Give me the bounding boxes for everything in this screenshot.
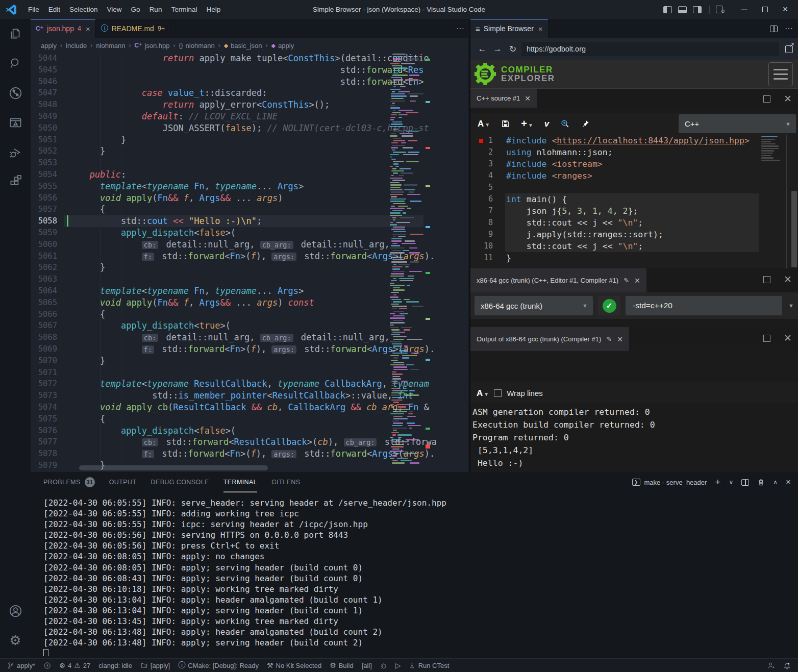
- minimize-button[interactable]: ─: [736, 0, 753, 19]
- menu-file[interactable]: File: [23, 0, 44, 19]
- horizontal-scrollbar[interactable]: [79, 465, 268, 470]
- hamburger-menu-icon[interactable]: [768, 62, 793, 86]
- font-size-button[interactable]: A▼: [477, 388, 489, 399]
- minimap[interactable]: [390, 54, 423, 466]
- breadcrumb-item[interactable]: json.hpp: [144, 42, 169, 49]
- close-icon[interactable]: ✕: [525, 94, 531, 103]
- code-editor[interactable]: 5044 return apply_make_tuple<ConstThis>(…: [31, 53, 468, 472]
- source-control-icon[interactable]: [0, 78, 31, 108]
- kill-terminal-icon[interactable]: [757, 478, 765, 486]
- maximize-button[interactable]: [756, 0, 774, 19]
- close-window-button[interactable]: ×: [777, 0, 794, 19]
- settings-gear-icon[interactable]: ⚙: [0, 626, 31, 655]
- godbolt-source-editor[interactable]: 1#include <https://localhost:8443/apply/…: [470, 135, 798, 268]
- tab-close-icon[interactable]: ×: [86, 24, 90, 33]
- breadcrumb-item[interactable]: nlohmann: [186, 42, 215, 49]
- clangd-status[interactable]: clangd: idle: [94, 659, 136, 672]
- terminal-select[interactable]: ❯ make - serve_header: [632, 479, 707, 486]
- new-terminal-icon[interactable]: +: [715, 477, 720, 488]
- menu-selection[interactable]: Selection: [65, 0, 103, 19]
- compiler-explorer-wordmark[interactable]: COMPILER EXPLORER: [501, 65, 555, 83]
- compiler-pane-tab[interactable]: x86-64 gcc (trunk) (C++, Editor #1, Comp…: [470, 268, 646, 292]
- menu-view[interactable]: View: [103, 0, 127, 19]
- tab-readme-md[interactable]: ⓘ README.md 9+: [96, 19, 171, 38]
- more-actions-icon[interactable]: ···: [785, 24, 793, 33]
- source-tab[interactable]: C++ source #1 ✕: [470, 89, 537, 108]
- launch-item[interactable]: ▷: [391, 659, 405, 672]
- kit-item[interactable]: ⚒ No Kit Selected: [263, 659, 326, 672]
- live-preview-icon[interactable]: [0, 108, 31, 137]
- explorer-icon[interactable]: [0, 19, 31, 48]
- rename-icon[interactable]: ✎: [606, 335, 612, 343]
- forward-icon[interactable]: →: [491, 44, 504, 54]
- problems-item[interactable]: ⊗ 4 ⚠ 27: [55, 659, 94, 672]
- maximize-pane-icon[interactable]: [763, 95, 770, 103]
- panel-tab-debug-console[interactable]: DEBUG CONSOLE: [151, 472, 209, 492]
- customize-layout-icon[interactable]: [716, 6, 722, 13]
- language-select[interactable]: C++ ▼: [679, 114, 796, 133]
- rename-icon[interactable]: ✎: [624, 277, 629, 284]
- breadcrumb-item[interactable]: apply: [41, 42, 57, 49]
- maximize-pane-icon[interactable]: [763, 276, 770, 283]
- font-size-button[interactable]: A▼: [478, 119, 490, 129]
- tab-json-hpp[interactable]: C⁺ json.hpp 4 ×: [31, 19, 96, 38]
- back-icon[interactable]: ←: [476, 44, 489, 54]
- breadcrumb-item[interactable]: apply: [278, 42, 294, 49]
- toggle-secondary-sidebar-icon[interactable]: [693, 6, 702, 13]
- open-external-icon[interactable]: [785, 45, 793, 53]
- close-panel-icon[interactable]: ×: [786, 477, 791, 487]
- remote-item[interactable]: [763, 659, 779, 672]
- close-icon[interactable]: ✕: [617, 335, 623, 343]
- split-editor-icon[interactable]: [770, 26, 778, 32]
- terminal-dropdown-icon[interactable]: ∨: [729, 479, 733, 486]
- breadcrumb-item[interactable]: basic_json: [231, 42, 262, 49]
- reload-icon[interactable]: ↻: [506, 44, 519, 55]
- menu-help[interactable]: Help: [202, 0, 225, 19]
- cmake-folder-item[interactable]: [apply]: [136, 659, 174, 672]
- tab-close-icon[interactable]: ×: [538, 24, 543, 33]
- add-pane-button[interactable]: +▼: [521, 118, 533, 130]
- notifications-item[interactable]: [779, 659, 795, 672]
- run-debug-icon[interactable]: [0, 137, 31, 167]
- git-branch-item[interactable]: apply*: [3, 659, 39, 672]
- close-pane-icon[interactable]: ✕: [784, 93, 792, 105]
- build-item[interactable]: ⚙ Build: [326, 659, 357, 672]
- breadcrumb-item[interactable]: nlohmann: [96, 42, 125, 49]
- close-pane-icon[interactable]: ✕: [784, 332, 792, 344]
- menu-terminal[interactable]: Terminal: [166, 0, 202, 19]
- compiler-options-input[interactable]: -std=c++20: [626, 296, 782, 315]
- breadcrumb-item[interactable]: include: [66, 42, 87, 49]
- panel-tab-terminal[interactable]: TERMINAL: [223, 472, 257, 492]
- extensions-icon[interactable]: [0, 167, 31, 196]
- sync-item[interactable]: [39, 659, 55, 672]
- close-pane-icon[interactable]: ✕: [784, 273, 792, 285]
- cmake-status-item[interactable]: ⓘ CMake: [Debug]: Ready: [174, 659, 263, 672]
- menu-go[interactable]: Go: [127, 0, 145, 19]
- toggle-sidebar-icon[interactable]: [663, 6, 672, 13]
- godbolt-scrollbar[interactable]: [791, 191, 797, 267]
- build-target-item[interactable]: [all]: [358, 659, 376, 672]
- menu-run[interactable]: Run: [145, 0, 167, 19]
- debug-item[interactable]: [376, 659, 391, 672]
- zoom-icon[interactable]: [560, 119, 570, 129]
- panel-tab-gitlens[interactable]: GITLENS: [271, 472, 300, 492]
- menu-edit[interactable]: Edit: [44, 0, 65, 19]
- maximize-panel-icon[interactable]: ∧: [773, 479, 778, 486]
- tab-simple-browser[interactable]: ≡ Simple Browser ×: [470, 19, 548, 38]
- toggle-panel-icon[interactable]: [678, 6, 687, 13]
- output-pane-tab[interactable]: Output of x86-64 gcc (trunk) (Compiler #…: [470, 327, 629, 351]
- pin-icon[interactable]: [581, 119, 590, 128]
- split-terminal-icon[interactable]: [741, 479, 749, 486]
- close-icon[interactable]: ✕: [634, 277, 640, 285]
- account-icon[interactable]: [0, 596, 31, 626]
- wrap-lines-checkbox[interactable]: [494, 389, 502, 397]
- terminal-content[interactable]: [2022-04-30 06:05:55] INFO: serve_header…: [43, 497, 793, 656]
- search-icon[interactable]: [0, 48, 31, 78]
- chevron-down-icon[interactable]: ▼: [787, 303, 798, 309]
- url-input[interactable]: https://godbolt.org: [521, 42, 779, 56]
- compiler-select[interactable]: x86-64 gcc (trunk) ▼: [475, 296, 593, 315]
- save-icon[interactable]: [501, 119, 510, 128]
- ctest-item[interactable]: Run CTest: [405, 659, 454, 672]
- panel-tab-output[interactable]: OUTPUT: [109, 472, 137, 492]
- panel-tab-problems[interactable]: PROBLEMS31: [43, 472, 95, 492]
